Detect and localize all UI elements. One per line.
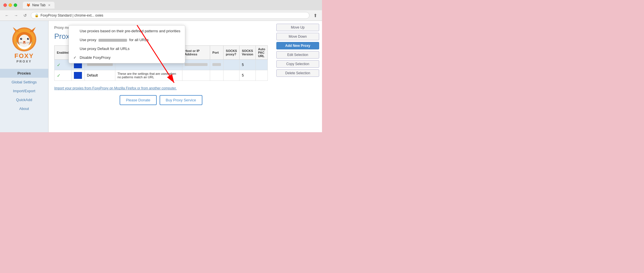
cell-socks-proxy-default [224,70,240,81]
col-socks-proxy: SOCKSproxy? [224,46,240,60]
cell-socks-version: 5 [240,60,256,70]
col-host: Host or IPAddress [182,46,210,60]
sidebar: FOXY PROXY Proxies Global Settings Impor… [0,21,49,132]
svg-point-13 [28,38,29,39]
right-panel: Move Up Move Down Add New Proxy Edit Sel… [273,21,322,132]
dropdown-item-disable[interactable]: ✓ Disable FoxyProxy [69,53,185,62]
svg-point-14 [23,41,25,43]
dropdown-menu: Use proxies based on their pre-defined p… [69,25,185,63]
fox-logo [10,27,39,52]
svg-point-10 [20,38,22,40]
back-button[interactable]: ← [3,12,10,19]
address-text: FoxyProxy Standard | chrome-ext... oxies [41,13,103,17]
donate-row: Please Donate Buy Proxy Service [54,95,268,105]
bottom-section: Import your proxies from FoxyProxy on Mo… [54,85,268,105]
col-auto-pac: AutoPACURL [255,46,267,60]
cell-proxy-notes-default: These are the settings that are used whe… [115,70,182,81]
sidebar-item-import-export[interactable]: Import/Export [0,87,48,95]
traffic-lights [3,3,17,7]
dropdown-item-label-3: Use proxy Default for all URLs [80,47,130,51]
dropdown-item-label-1: Use proxies based on their pre-defined p… [80,29,180,33]
dropdown-item-use-proxy[interactable]: Use proxy for all URLs [69,35,185,44]
cell-enabled: ✓ [55,70,72,81]
table-row[interactable]: ✓ Default These are the settings that ar… [55,70,268,81]
browser-tab[interactable]: 🦊 New Tab ✕ [23,2,55,9]
sidebar-item-quickadd[interactable]: QuickAdd [0,95,48,104]
cell-auto-pac-default [255,70,267,81]
sidebar-item-global-settings[interactable]: Global Settings [0,78,48,87]
cell-port-default [210,70,224,81]
logo-area: FOXY PROXY [7,24,41,66]
dropdown-item-label-2: Use proxy for all URLs [80,38,149,42]
address-bar-row: ← → ↺ 🔒 FoxyProxy Standard | chrome-ext.… [0,10,322,21]
tab-favicon: 🦊 [26,3,31,7]
cell-proxy-name-default: Default [84,70,115,81]
svg-point-12 [21,38,22,39]
cell-socks-version-default: 5 [240,70,256,81]
edit-selection-button[interactable]: Edit Selection [276,51,319,59]
share-button[interactable]: ⬆ [312,12,319,19]
title-bar: 🦊 New Tab ✕ [0,0,322,10]
donate-button[interactable]: Please Donate [120,95,156,105]
col-socks-version: SOCKSVersion [240,46,256,60]
buy-proxy-button[interactable]: Buy Proxy Service [160,95,202,105]
minimize-button[interactable] [9,3,12,7]
copy-selection-button[interactable]: Copy Selection [276,60,319,68]
tab-title: New Tab [32,3,45,7]
move-up-button[interactable]: Move Up [276,24,319,31]
move-down-button[interactable]: Move Down [276,33,319,40]
nav-items: Proxies Global Settings Import/Export Qu… [0,69,48,113]
sidebar-item-proxies[interactable]: Proxies [0,69,48,78]
import-link[interactable]: Import your proxies from FoxyProxy on Mo… [54,86,177,90]
logo-subtext: PROXY [17,60,32,63]
delete-selection-button[interactable]: Delete Selection [276,69,319,77]
cell-color [71,70,84,81]
cell-auto-pac [255,60,267,70]
proxy-name-blurred [98,39,127,42]
logo-text: FOXY [15,52,34,60]
cell-port [210,60,224,70]
cell-socks-proxy [224,60,240,70]
add-new-proxy-button[interactable]: Add New Proxy [276,42,319,49]
dropdown-item-default[interactable]: Use proxy Default for all URLs [69,44,185,53]
dropdown-item-patterns[interactable]: Use proxies based on their pre-defined p… [69,27,185,35]
dropdown-item-label-4: Disable FoxyProxy [80,55,110,60]
tab-close-button[interactable]: ✕ [47,3,51,7]
refresh-button[interactable]: ↺ [22,12,29,19]
check-indicator-4: ✓ [73,55,77,60]
close-button[interactable] [3,3,7,7]
forward-button[interactable]: → [13,12,19,19]
cell-host-default [182,70,210,81]
sidebar-item-about[interactable]: About [0,104,48,113]
lock-icon: 🔒 [35,13,39,17]
browser-chrome: 🦊 New Tab ✕ ← → ↺ 🔒 FoxyProxy Standard |… [0,0,322,21]
col-port: Port [210,46,224,60]
svg-point-11 [27,38,29,40]
svg-point-4 [19,35,30,47]
address-box[interactable]: 🔒 FoxyProxy Standard | chrome-ext... oxi… [31,12,309,19]
cell-host [182,60,210,70]
maximize-button[interactable] [14,3,17,7]
